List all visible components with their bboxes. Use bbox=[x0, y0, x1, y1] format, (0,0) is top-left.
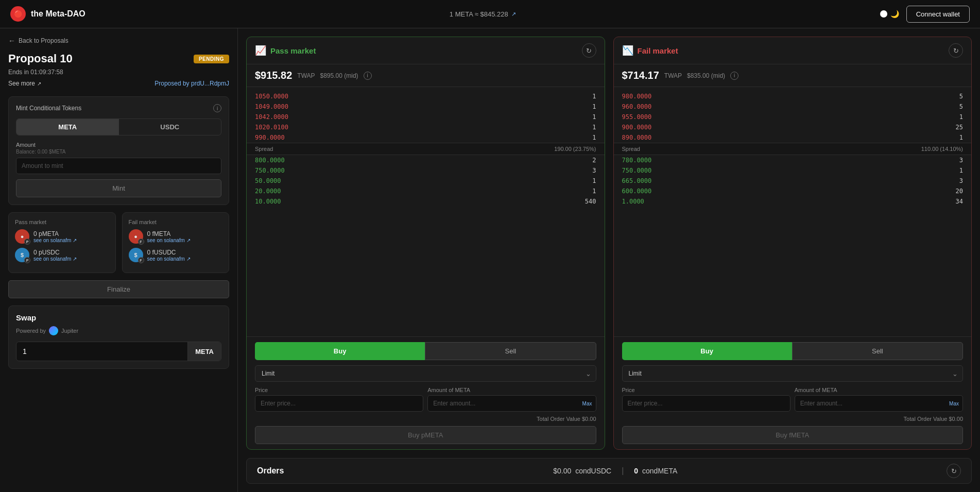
pass-pmeta-link[interactable]: see on solanafm ↗ bbox=[33, 237, 109, 243]
fail-bid-4: 600.0000 20 bbox=[614, 186, 972, 196]
pass-token2-icon: $ P bbox=[15, 248, 29, 262]
powered-by: Powered by Jupiter bbox=[16, 326, 221, 335]
fail-place-order-button[interactable]: Buy fMETA bbox=[622, 426, 964, 444]
fail-panel-header: 📉 Fail market ↻ bbox=[614, 37, 972, 64]
fail-refresh-button[interactable]: ↻ bbox=[949, 43, 963, 58]
fail-market-panel: 📉 Fail market ↻ $714.17 TWAP $835.00 (mi… bbox=[613, 37, 972, 450]
pass-spread-row: Spread 190.00 (23.75%) bbox=[247, 143, 605, 155]
pass-pusdc-link[interactable]: see on solanafm ↗ bbox=[33, 256, 109, 262]
fail-max-button[interactable]: Max bbox=[949, 401, 959, 406]
pass-market-heading: 📈 Pass market bbox=[255, 45, 316, 56]
pass-amount-input-wrapper: Max bbox=[427, 395, 596, 412]
fail-price-input[interactable] bbox=[622, 395, 790, 412]
pass-total-row: Total Order Value $0.00 bbox=[255, 416, 596, 422]
swap-amount-input[interactable] bbox=[16, 342, 187, 361]
fail-amount-input-wrapper: Max bbox=[795, 395, 963, 412]
mint-amount-input[interactable] bbox=[16, 158, 221, 174]
fail-market-label: Fail market bbox=[129, 219, 223, 225]
balance-label: Balance: 0.00 $META bbox=[16, 149, 221, 155]
see-more-link[interactable]: See more ↗ bbox=[8, 80, 41, 87]
finalize-button[interactable]: Finalize bbox=[8, 280, 229, 298]
pass-trade-panel: Buy Sell Limit Market Price bbox=[247, 336, 605, 449]
pass-order-type-select[interactable]: Limit Market bbox=[255, 365, 596, 382]
pass-market-label: Pass market bbox=[15, 219, 109, 225]
pass-market-label: Pass market bbox=[270, 46, 316, 55]
pass-bid-2: 750.0000 3 bbox=[247, 165, 605, 176]
content-area: 📈 Pass market ↻ $915.82 TWAP $895.00 (mi… bbox=[238, 28, 980, 492]
fail-order-type-wrapper: Limit Market bbox=[622, 365, 964, 382]
swap-input-row: META bbox=[16, 342, 221, 361]
fail-twap-label: TWAP bbox=[664, 72, 682, 79]
pass-refresh-button[interactable]: ↻ bbox=[582, 43, 596, 58]
fail-total-row: Total Order Value $0.00 bbox=[622, 416, 964, 422]
pass-info-icon[interactable]: i bbox=[364, 72, 372, 80]
markets-row: 📈 Pass market ↻ $915.82 TWAP $895.00 (mi… bbox=[246, 37, 972, 450]
connect-wallet-button[interactable]: Connect wallet bbox=[906, 6, 970, 23]
jupiter-logo-icon bbox=[49, 326, 58, 335]
pass-amount-group: Amount of META Max bbox=[427, 387, 596, 412]
fail-bid-5: 1.0000 34 bbox=[614, 196, 972, 207]
pass-ask-1: 1050.0000 1 bbox=[247, 91, 605, 101]
pass-token2-item: $ P 0 pUSDC see on solanafm ↗ bbox=[15, 248, 109, 262]
fail-ask-4: 900.0000 25 bbox=[614, 122, 972, 132]
fail-sell-button[interactable]: Sell bbox=[792, 342, 963, 360]
pass-price: $915.82 bbox=[255, 70, 292, 81]
pass-place-order-button[interactable]: Buy pMETA bbox=[255, 426, 596, 444]
pass-order-book: 1050.0000 1 1049.0000 1 1042.0000 1 1020… bbox=[247, 87, 605, 336]
pass-buy-button[interactable]: Buy bbox=[255, 342, 425, 360]
fail-token1-icon: ● F bbox=[129, 229, 143, 244]
pass-pusdc-amount: 0 pUSDC bbox=[33, 249, 109, 256]
fail-order-book: 980.0000 5 960.0000 5 955.0000 1 900.000… bbox=[614, 87, 972, 336]
fail-amount-input[interactable] bbox=[795, 395, 963, 412]
pass-total-label: Total Order Value bbox=[537, 416, 580, 422]
tab-usdc[interactable]: USDC bbox=[119, 119, 221, 135]
fail-spread-label: Spread bbox=[622, 146, 640, 152]
back-link[interactable]: ← Back to Proposals bbox=[8, 37, 229, 45]
fail-total-label: Total Order Value bbox=[904, 416, 948, 422]
cond-amounts: $0.00 condUSDC | 0 condMETA bbox=[553, 466, 677, 476]
fail-buy-button[interactable]: Buy bbox=[622, 342, 792, 360]
fail-price-qty-row: Price Amount of META Max bbox=[622, 387, 964, 412]
pass-spread-label: Spread bbox=[255, 146, 273, 152]
fail-ask-2: 960.0000 5 bbox=[614, 101, 972, 112]
pass-sell-button[interactable]: Sell bbox=[425, 342, 596, 360]
pass-total-value: $0.00 bbox=[582, 416, 596, 422]
orders-refresh-button[interactable]: ↻ bbox=[947, 464, 961, 478]
tab-meta[interactable]: META bbox=[16, 119, 119, 135]
fail-order-type-select[interactable]: Limit Market bbox=[622, 365, 964, 382]
header-right: 🌙 Connect wallet bbox=[880, 6, 970, 23]
theme-toggle[interactable]: 🌙 bbox=[880, 10, 899, 18]
pass-max-button[interactable]: Max bbox=[582, 401, 592, 406]
pass-ask-3: 1042.0000 1 bbox=[247, 112, 605, 122]
header-left: 🔴 the Meta-DAO bbox=[10, 6, 85, 22]
mint-info-icon[interactable]: i bbox=[213, 104, 221, 112]
fail-fusdc-amount: 0 fUSUDC bbox=[147, 249, 223, 256]
logo-icon: 🔴 bbox=[10, 6, 26, 22]
price-display: 1 META ≈ $845.228 bbox=[450, 10, 508, 18]
swap-token-button[interactable]: META bbox=[187, 342, 221, 361]
mint-section: Mint Conditional Tokens i META USDC Amou… bbox=[8, 96, 229, 205]
pass-token1-item: ● P 0 pMETA see on solanafm ↗ bbox=[15, 229, 109, 244]
fail-buy-sell-tabs: Buy Sell bbox=[622, 342, 964, 360]
see-more-label: See more bbox=[8, 80, 35, 87]
pass-market-balance: Pass market ● P 0 pMETA see on solanafm … bbox=[8, 212, 116, 273]
fail-market-heading: 📉 Fail market bbox=[622, 45, 678, 56]
fail-info-icon[interactable]: i bbox=[730, 72, 738, 80]
price-link-icon: ↗ bbox=[511, 11, 516, 18]
pass-panel-header: 📈 Pass market ↻ bbox=[247, 37, 605, 64]
fail-fusdc-link[interactable]: see on solanafm ↗ bbox=[147, 256, 223, 262]
pass-bid-5: 10.0000 540 bbox=[247, 196, 605, 207]
fail-fmeta-link[interactable]: see on solanafm ↗ bbox=[147, 237, 223, 243]
proposed-by: Proposed by prdU...RdpmJ bbox=[154, 80, 229, 87]
fail-bid-1: 780.0000 3 bbox=[614, 155, 972, 165]
pass-ask-5: 990.0000 1 bbox=[247, 132, 605, 143]
mint-button[interactable]: Mint bbox=[16, 179, 221, 197]
pass-buy-sell-tabs: Buy Sell bbox=[255, 342, 596, 360]
fail-bid-2: 750.0000 1 bbox=[614, 165, 972, 176]
pass-amount-input[interactable] bbox=[427, 395, 596, 412]
fail-token1-item: ● F 0 fMETA see on solanafm ↗ bbox=[129, 229, 223, 244]
pass-market-panel: 📈 Pass market ↻ $915.82 TWAP $895.00 (mi… bbox=[246, 37, 605, 450]
fail-price-group: Price bbox=[622, 387, 790, 412]
external-link-icon: ↗ bbox=[37, 81, 41, 87]
pass-price-input[interactable] bbox=[255, 395, 423, 412]
